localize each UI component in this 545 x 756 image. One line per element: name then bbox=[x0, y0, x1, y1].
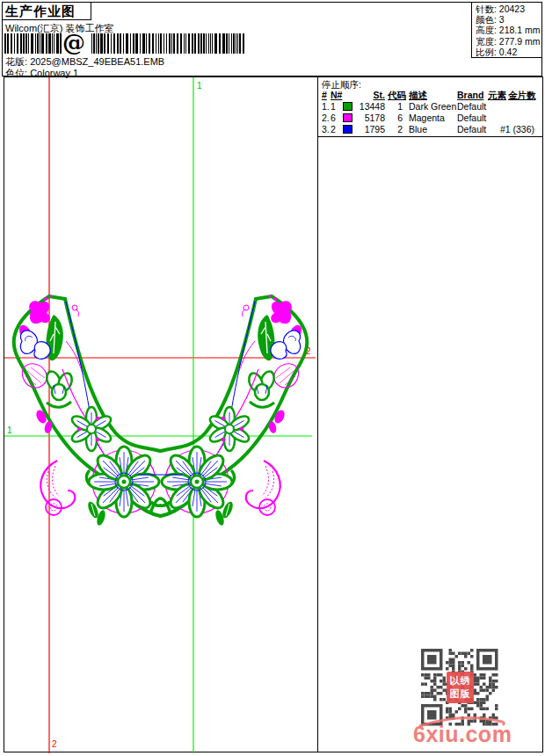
row-brand: Default bbox=[457, 101, 486, 112]
row-code: 6 bbox=[389, 113, 403, 123]
stamp-text-top: 以绣 bbox=[447, 674, 474, 687]
row-stitches: 1795 bbox=[353, 124, 385, 134]
col-header-code: 代码 bbox=[388, 90, 406, 102]
crosshair-lines: 1 1 2 2 bbox=[4, 77, 316, 753]
axis-label-green-vertical: 1 bbox=[197, 81, 202, 91]
stop-sequence-table: 停止顺序: # N# St. 代码 描述 Brand 元素 金片数 1. 1 1… bbox=[318, 76, 543, 137]
row-needle: 2 bbox=[331, 124, 336, 134]
row-index: 1. bbox=[322, 101, 330, 112]
stat-scale: 比例: 0.42 bbox=[476, 47, 542, 57]
row-description: Blue bbox=[409, 124, 427, 134]
barcode-at-symbol: @ bbox=[62, 29, 85, 55]
row-needle: 6 bbox=[331, 113, 336, 123]
axis-label-red-vertical: 2 bbox=[52, 739, 57, 749]
stat-colors: 颜色: 3 bbox=[476, 14, 542, 25]
row-brand: Default bbox=[457, 113, 486, 123]
row-description: Magenta bbox=[409, 113, 445, 123]
col-header-sequins: 金片数 bbox=[508, 90, 536, 102]
row-description: Dark Green bbox=[409, 101, 456, 112]
collar-left-wing bbox=[14, 295, 161, 527]
col-header-needle: N# bbox=[331, 90, 342, 100]
row-stitches: 5178 bbox=[353, 113, 385, 123]
stat-height: 高度: 218.1 mm bbox=[476, 25, 542, 35]
pattern-value: 2025@MBSZ_49EBEA51.EMB bbox=[30, 56, 164, 67]
red-seal-stamp: 以绣 图版 bbox=[447, 672, 474, 703]
design-stats-box: 针数: 20423 颜色: 3 高度: 218.1 mm 宽度: 277.9 m… bbox=[471, 2, 542, 58]
col-header-elements: 元素 bbox=[488, 90, 506, 102]
thread-color-chip bbox=[343, 113, 352, 122]
row-index: 2. bbox=[322, 113, 330, 123]
stat-stitches: 针数: 20423 bbox=[476, 4, 542, 14]
row-brand: Default bbox=[457, 124, 486, 134]
embroidery-design: 1 1 2 2 bbox=[4, 77, 319, 753]
stat-width: 宽度: 277.9 mm bbox=[476, 36, 542, 47]
pattern-label: 花版: bbox=[5, 56, 27, 67]
axis-label-green-horizontal: 1 bbox=[7, 425, 12, 435]
row-stitches: 13448 bbox=[353, 101, 385, 112]
row-code: 2 bbox=[389, 124, 403, 134]
production-worksheet: { "header": { "title": "生产作业图", "subtitl… bbox=[0, 0, 545, 756]
row-code: 1 bbox=[389, 101, 403, 112]
col-header-number: # bbox=[322, 90, 327, 100]
page-title: 生产作业图 bbox=[2, 2, 91, 20]
col-header-brand: Brand bbox=[457, 90, 483, 100]
design-canvas: 1 1 2 2 bbox=[4, 76, 318, 752]
col-header-description: 描述 bbox=[409, 90, 427, 102]
row-sequins: #1 (336) bbox=[485, 124, 534, 134]
thread-color-chip bbox=[343, 125, 352, 134]
collar-right-wing bbox=[161, 295, 308, 527]
thread-color-chip bbox=[343, 102, 352, 111]
col-header-stitches: St. bbox=[353, 90, 385, 100]
row-index: 3. bbox=[322, 124, 330, 134]
barcode-bars bbox=[4, 33, 247, 55]
watermark-site: 6xiu.com bbox=[413, 722, 512, 747]
row-needle: 1 bbox=[331, 101, 336, 112]
stamp-text-bottom: 图版 bbox=[447, 687, 474, 701]
design-barcode: @ bbox=[4, 33, 247, 55]
